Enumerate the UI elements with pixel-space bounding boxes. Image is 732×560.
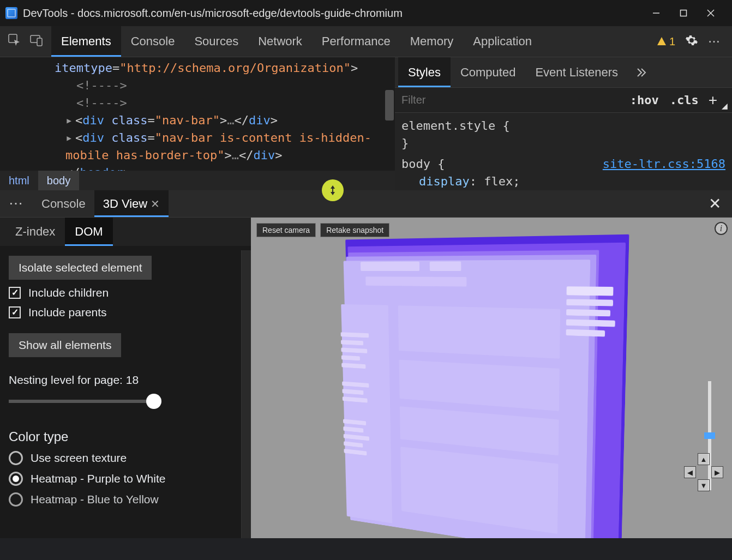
more-styles-tabs-icon[interactable] xyxy=(628,57,655,87)
elements-scrollbar[interactable] xyxy=(385,90,394,121)
class-value: "nav-bar" xyxy=(155,113,220,127)
warnings-count: 1 xyxy=(669,35,675,48)
radio-label: Heatmap - Purple to White xyxy=(31,472,165,485)
hov-toggle[interactable]: :hov xyxy=(625,93,664,107)
nesting-level-label: Nesting level for page: 18 xyxy=(9,374,242,387)
css-source-link[interactable]: site-ltr.css:5168 xyxy=(603,155,725,173)
tab-network[interactable]: Network xyxy=(248,26,312,57)
styles-pane: Styles Computed Event Listeners :hov .cl… xyxy=(395,57,732,190)
settings-icon[interactable] xyxy=(685,34,698,49)
tab-application[interactable]: Application xyxy=(463,26,542,57)
new-style-rule-icon[interactable]: + xyxy=(704,93,722,108)
radio-heatmap-purple[interactable] xyxy=(9,472,23,486)
radio-heatmap-blue[interactable] xyxy=(9,492,23,507)
more-tabs-icon[interactable] xyxy=(542,26,553,57)
cls-toggle[interactable]: .cls xyxy=(664,93,704,107)
device-toggle-icon[interactable] xyxy=(29,33,44,50)
crumb-body[interactable]: body xyxy=(38,171,79,190)
attr-name: itemtype xyxy=(55,61,112,75)
elements-tree[interactable]: itemtype="http://schema.org/Organization… xyxy=(0,57,395,171)
more-options-icon[interactable]: ⋯ xyxy=(708,34,721,49)
close-tab-icon[interactable]: ✕ xyxy=(151,197,160,210)
tab-performance[interactable]: Performance xyxy=(312,26,400,57)
maximize-button[interactable] xyxy=(677,7,689,19)
nav-up-icon[interactable]: ▲ xyxy=(698,453,710,465)
main-tab-bar: Elements Console Sources Network Perform… xyxy=(0,26,732,57)
info-icon[interactable]: i xyxy=(715,222,728,235)
retake-snapshot-button[interactable]: Retake snapshot xyxy=(320,223,389,237)
tab-event-listeners[interactable]: Event Listeners xyxy=(525,57,628,87)
nav-down-icon[interactable]: ▼ xyxy=(698,479,710,491)
tab-computed[interactable]: Computed xyxy=(451,57,526,87)
css-brace: } xyxy=(401,136,409,150)
styles-filter-input[interactable] xyxy=(395,94,625,106)
tab-elements[interactable]: Elements xyxy=(51,26,121,57)
tab-zindex[interactable]: Z-index xyxy=(5,218,65,246)
css-selector[interactable]: element.style { xyxy=(401,119,510,133)
comment-node: <!----> xyxy=(76,79,127,92)
close-button[interactable] xyxy=(705,7,717,19)
drawer-tab-3dview[interactable]: 3D View✕ xyxy=(94,190,169,217)
isolate-button[interactable]: Isolate selected element xyxy=(9,256,152,280)
color-type-title: Color type xyxy=(9,429,242,444)
resize-handle-icon[interactable] xyxy=(322,179,344,201)
ellipsis: … xyxy=(227,113,234,127)
radio-screen-texture[interactable] xyxy=(9,451,23,465)
nav-left-icon[interactable]: ◀ xyxy=(684,466,696,478)
warnings-badge[interactable]: 1 xyxy=(656,35,675,48)
radio-label: Heatmap - Blue to Yellow xyxy=(31,493,159,506)
show-all-button[interactable]: Show all elements xyxy=(9,333,121,357)
attr-value: "http://schema.org/Organization" xyxy=(119,61,351,75)
nav-arrows: ▲ ▼ ◀ ▶ xyxy=(682,453,725,497)
tab-styles[interactable]: Styles xyxy=(398,57,451,87)
svg-rect-1 xyxy=(681,10,687,16)
sidebar-scrollbar[interactable] xyxy=(241,250,251,538)
tab-console[interactable]: Console xyxy=(121,26,185,57)
expand-corner-icon[interactable]: ◢ xyxy=(722,101,732,112)
inspect-icon[interactable] xyxy=(8,33,22,50)
checkbox-include-parents[interactable] xyxy=(9,306,21,318)
drawer-tab-label: 3D View xyxy=(103,197,148,211)
ellipsis: … xyxy=(232,148,239,162)
css-property[interactable]: display xyxy=(419,174,470,188)
close-drawer-icon[interactable]: ✕ xyxy=(698,190,732,217)
nav-right-icon[interactable]: ▶ xyxy=(711,466,723,478)
checkbox-include-children[interactable] xyxy=(9,287,21,299)
reset-camera-button[interactable]: Reset camera xyxy=(256,223,316,237)
app-icon xyxy=(5,7,17,19)
checkbox-label: Include children xyxy=(28,286,109,299)
threed-sidebar: Z-index DOM Isolate selected element Inc… xyxy=(0,218,251,538)
threed-scene[interactable] xyxy=(322,239,660,538)
window-titlebar: DevTools - docs.microsoft.com/en-us/micr… xyxy=(0,0,732,26)
checkbox-label: Include parents xyxy=(28,306,107,319)
css-value[interactable]: flex; xyxy=(484,174,520,188)
window-title: DevTools - docs.microsoft.com/en-us/micr… xyxy=(23,7,650,20)
drawer-more-icon[interactable]: ⋯ xyxy=(0,190,33,217)
tab-memory[interactable]: Memory xyxy=(400,26,463,57)
tab-dom[interactable]: DOM xyxy=(65,218,112,246)
drawer-tab-console[interactable]: Console xyxy=(33,190,94,217)
threed-viewport[interactable]: Reset camera Retake snapshot i xyxy=(251,218,732,538)
comment-node: <!----> xyxy=(76,96,127,110)
minimize-button[interactable] xyxy=(650,7,662,19)
radio-label: Use screen texture xyxy=(31,451,127,465)
nesting-slider[interactable] xyxy=(9,393,242,410)
drawer-tab-bar: ⋯ Console 3D View✕ ✕ xyxy=(0,190,732,218)
css-selector[interactable]: body { xyxy=(401,157,445,171)
svg-rect-6 xyxy=(37,38,42,46)
tab-sources[interactable]: Sources xyxy=(184,26,248,57)
crumb-html[interactable]: html xyxy=(0,171,38,190)
